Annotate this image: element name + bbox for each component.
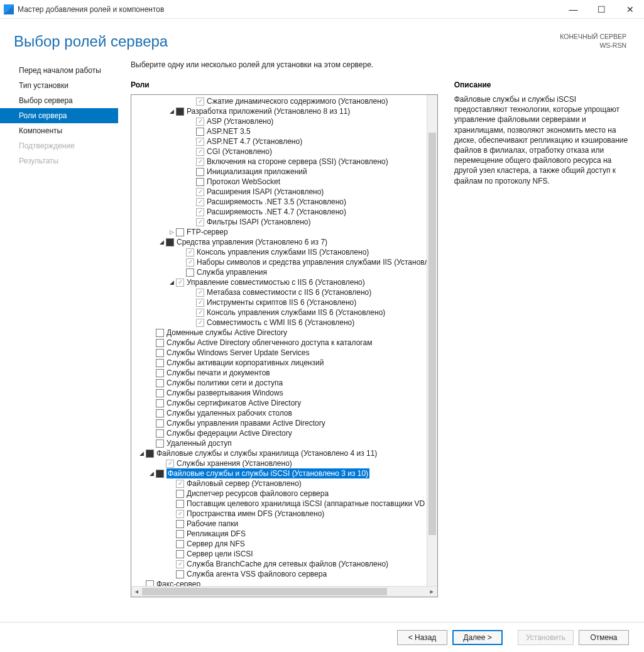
tree-node[interactable]: ASP (Установлено) bbox=[131, 116, 437, 126]
tree-node[interactable]: Рабочие папки bbox=[131, 519, 437, 529]
checkbox[interactable] bbox=[196, 299, 204, 307]
tree-node[interactable]: Служба BranchCache для сетевых файлов (У… bbox=[131, 559, 437, 569]
scroll-right-icon[interactable]: ► bbox=[427, 587, 437, 597]
checkbox[interactable] bbox=[156, 470, 164, 478]
tree-node[interactable]: Диспетчер ресурсов файлового сервера bbox=[131, 489, 437, 499]
vertical-scrollbar[interactable] bbox=[427, 95, 437, 586]
tree-node[interactable]: Сервер цели iSCSI bbox=[131, 549, 437, 559]
tree-node[interactable]: ASP.NET 4.7 (Установлено) bbox=[131, 136, 437, 146]
tree-node[interactable]: ◢Разработка приложений (Установлено 8 из… bbox=[131, 106, 437, 116]
checkbox[interactable] bbox=[156, 429, 164, 438]
tree-node[interactable]: Совместимость с WMI IIS 6 (Установлено) bbox=[131, 318, 437, 328]
checkbox[interactable] bbox=[156, 379, 164, 387]
tree-node[interactable]: Инициализация приложений bbox=[131, 167, 437, 177]
checkbox[interactable] bbox=[176, 560, 184, 568]
tree-node[interactable]: ◢Файловые службы и службы iSCSI (Установ… bbox=[131, 468, 437, 478]
tree-node[interactable]: Расширения ISAPI (Установлено) bbox=[131, 187, 437, 197]
checkbox[interactable] bbox=[156, 389, 164, 397]
tree-node[interactable]: ◢Управление совместимостью с IIS 6 (Уста… bbox=[131, 277, 437, 287]
horizontal-scrollbar[interactable]: ◄ ► bbox=[131, 586, 437, 597]
checkbox[interactable] bbox=[156, 369, 164, 377]
checkbox[interactable] bbox=[176, 530, 184, 538]
nav-item[interactable]: Перед началом работы bbox=[0, 63, 118, 78]
vertical-scroll-thumb[interactable] bbox=[428, 133, 436, 535]
tree-node[interactable]: Службы развертывания Windows bbox=[131, 388, 437, 398]
tree-node[interactable]: Доменные службы Active Directory bbox=[131, 328, 437, 338]
tree-node[interactable]: CGI (Установлено) bbox=[131, 146, 437, 157]
checkbox[interactable] bbox=[166, 460, 174, 468]
checkbox[interactable] bbox=[176, 540, 184, 548]
tree-node[interactable]: Расширяемость .NET 4.7 (Установлено) bbox=[131, 207, 437, 217]
nav-item[interactable]: Компоненты bbox=[0, 123, 118, 138]
checkbox[interactable] bbox=[176, 570, 184, 578]
nav-item[interactable]: Роли сервера bbox=[0, 108, 118, 123]
tree-node[interactable]: ▷FTP-сервер bbox=[131, 227, 437, 237]
checkbox[interactable] bbox=[196, 158, 204, 166]
checkbox[interactable] bbox=[146, 580, 154, 587]
checkbox[interactable] bbox=[176, 510, 184, 518]
checkbox[interactable] bbox=[186, 248, 194, 257]
tree-node[interactable]: Фильтры ISAPI (Установлено) bbox=[131, 217, 437, 227]
tree-node[interactable]: Репликация DFS bbox=[131, 529, 437, 539]
maximize-button[interactable]: ☐ bbox=[587, 0, 616, 19]
tree-node[interactable]: Служба управления bbox=[131, 267, 437, 277]
checkbox[interactable] bbox=[156, 409, 164, 417]
collapse-icon[interactable]: ◢ bbox=[138, 450, 145, 457]
tree-node[interactable]: Консоль управления службами IIS 6 (Устан… bbox=[131, 307, 437, 318]
checkbox[interactable] bbox=[196, 138, 204, 146]
tree-node[interactable]: Службы управления правами Active Directo… bbox=[131, 418, 437, 428]
tree-node[interactable]: Расширяемость .NET 3.5 (Установлено) bbox=[131, 197, 437, 207]
checkbox[interactable] bbox=[196, 319, 204, 327]
checkbox[interactable] bbox=[196, 208, 204, 216]
checkbox[interactable] bbox=[176, 520, 184, 528]
checkbox[interactable] bbox=[186, 258, 194, 267]
tree-node[interactable]: Сервер для NFS bbox=[131, 539, 437, 549]
next-button[interactable]: Далее > bbox=[452, 630, 503, 645]
tree-node[interactable]: Наборы символов и средства управления сл… bbox=[131, 257, 437, 267]
tree-node[interactable]: Консоль управления службами IIS (Установ… bbox=[131, 247, 437, 257]
checkbox[interactable] bbox=[196, 309, 204, 317]
checkbox[interactable] bbox=[176, 550, 184, 558]
checkbox[interactable] bbox=[196, 148, 204, 156]
checkbox[interactable] bbox=[176, 228, 184, 236]
checkbox[interactable] bbox=[176, 480, 184, 488]
collapse-icon[interactable]: ◢ bbox=[158, 238, 165, 246]
tree-node[interactable]: Служба агента VSS файлового сервера bbox=[131, 569, 437, 579]
minimize-button[interactable]: — bbox=[559, 0, 587, 19]
tree-node[interactable]: Поставщик целевого хранилища iSCSI (аппа… bbox=[131, 499, 437, 509]
tree-node[interactable]: Службы активации корпоративных лицензий bbox=[131, 358, 437, 368]
expand-icon[interactable]: ▷ bbox=[168, 228, 175, 236]
collapse-icon[interactable]: ◢ bbox=[168, 108, 175, 115]
checkbox[interactable] bbox=[196, 168, 204, 176]
checkbox[interactable] bbox=[156, 329, 164, 337]
tree-node[interactable]: Факс-сервер bbox=[131, 579, 437, 586]
tree-node[interactable]: ◢Средства управления (Установлено 6 из 7… bbox=[131, 237, 437, 247]
tree-node[interactable]: Пространства имен DFS (Установлено) bbox=[131, 509, 437, 519]
checkbox[interactable] bbox=[196, 118, 204, 126]
nav-item[interactable]: Выбор сервера bbox=[0, 93, 118, 108]
checkbox[interactable] bbox=[156, 339, 164, 347]
checkbox[interactable] bbox=[196, 289, 204, 297]
tree-node[interactable]: Службы печати и документов bbox=[131, 368, 437, 378]
checkbox[interactable] bbox=[176, 490, 184, 498]
checkbox[interactable] bbox=[156, 419, 164, 428]
checkbox[interactable] bbox=[146, 450, 154, 458]
tree-node[interactable]: ASP.NET 3.5 bbox=[131, 126, 437, 136]
tree-node[interactable]: Метабаза совместимости с IIS 6 (Установл… bbox=[131, 287, 437, 297]
tree-node[interactable]: Службы удаленных рабочих столов bbox=[131, 408, 437, 418]
scroll-left-icon[interactable]: ◄ bbox=[131, 587, 142, 597]
tree-node[interactable]: Службы политики сети и доступа bbox=[131, 378, 437, 388]
install-button[interactable]: Установить bbox=[518, 630, 574, 645]
checkbox[interactable] bbox=[156, 349, 164, 357]
checkbox[interactable] bbox=[166, 238, 174, 246]
tree-node[interactable]: Инструменты скриптов IIS 6 (Установлено) bbox=[131, 297, 437, 307]
checkbox[interactable] bbox=[196, 198, 204, 206]
checkbox[interactable] bbox=[156, 399, 164, 407]
horizontal-scroll-thumb[interactable] bbox=[142, 588, 387, 595]
checkbox[interactable] bbox=[196, 218, 204, 226]
tree-node[interactable]: Службы Active Directory облегченного дос… bbox=[131, 338, 437, 348]
tree-node[interactable]: Сжатие динамического содержимого (Устано… bbox=[131, 96, 437, 106]
tree-node[interactable]: Удаленный доступ bbox=[131, 438, 437, 448]
collapse-icon[interactable]: ◢ bbox=[148, 470, 155, 477]
tree-node[interactable]: Файловый сервер (Установлено) bbox=[131, 478, 437, 489]
